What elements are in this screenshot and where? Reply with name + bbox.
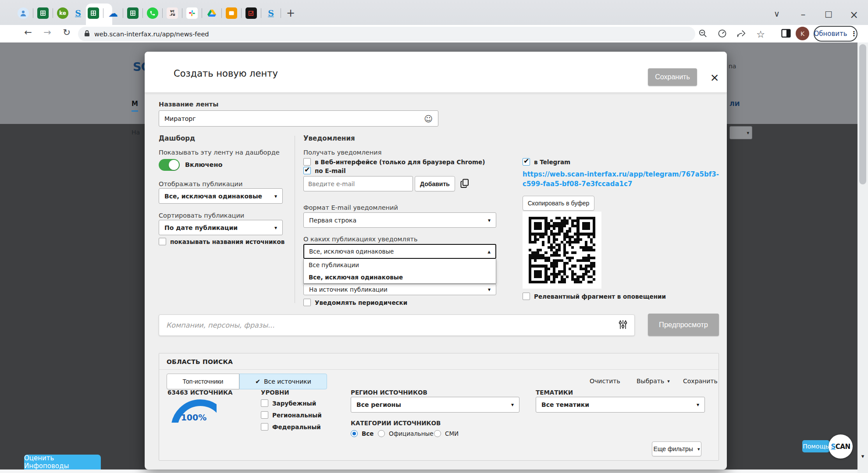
save-feed-button[interactable]: Сохранить <box>648 68 697 86</box>
feed-name-field[interactable]: ☺ <box>159 110 438 127</box>
scan-active-tab-icon[interactable]: S <box>72 7 84 19</box>
reload-button[interactable]: ↻ <box>60 27 74 38</box>
telegram-row[interactable]: в Telegram <box>523 158 570 166</box>
email-format-select[interactable]: Первая строка ▾ <box>303 212 496 228</box>
todo-checkbox-tab-icon[interactable] <box>245 7 257 19</box>
show-source-names-label: показывать названия источников <box>170 238 285 245</box>
periodic-notify-checkbox[interactable] <box>303 299 311 306</box>
profile-avatar-icon[interactable] <box>18 7 29 19</box>
web-notifications-row[interactable]: в Веб-интерфейсе (только для браузера Ch… <box>303 158 485 166</box>
feed-name-input[interactable] <box>164 115 424 122</box>
level-regional-checkbox[interactable] <box>261 411 268 419</box>
copy-to-clipboard-button[interactable]: Скопировать в буфер <box>523 196 594 211</box>
orange-app-tab-icon[interactable] <box>226 7 237 19</box>
sidebar-icon[interactable] <box>779 29 793 39</box>
browser-menu-dots-icon[interactable]: ⋮ <box>851 30 857 38</box>
sort-publications-select[interactable]: По дате публикации ▾ <box>159 220 283 235</box>
relevant-fragment-checkbox[interactable] <box>523 293 530 300</box>
slack-tab-icon[interactable] <box>186 7 198 19</box>
preview-button[interactable]: Предпросмотр <box>648 314 719 336</box>
level-regional-row[interactable]: Региональный <box>261 411 322 419</box>
level-foreign-label: Зарубежный <box>272 400 316 407</box>
dashboard-toggle[interactable] <box>159 159 180 171</box>
save-scope-link[interactable]: Сохранить <box>683 378 718 385</box>
close-modal-icon[interactable]: × <box>705 68 724 87</box>
maximize-button[interactable]: □ <box>821 9 836 18</box>
tab-top-sources[interactable]: Топ-источники <box>167 374 239 389</box>
add-email-button[interactable]: Добавить <box>415 176 455 191</box>
display-publications-select[interactable]: Все, исключая одинаковые ▾ <box>159 188 283 204</box>
profile-avatar[interactable]: K <box>796 27 809 40</box>
emoji-picker-icon[interactable]: ☺ <box>424 114 433 124</box>
show-source-names-checkbox[interactable] <box>159 238 166 245</box>
category-all-row[interactable]: Все <box>351 430 374 437</box>
relevant-fragment-row[interactable]: Релевантный фрагмент в оповещении <box>523 293 666 300</box>
level-federal-checkbox[interactable] <box>261 423 268 431</box>
sort-publications-value: По дате публикации <box>164 224 238 231</box>
onedrive-tab-icon[interactable]: ☁ <box>107 7 119 19</box>
level-foreign-row[interactable]: Зарубежный <box>261 399 316 407</box>
web-notifications-checkbox[interactable] <box>303 158 311 166</box>
region-select[interactable]: Все регионы ▾ <box>351 397 519 413</box>
whatsapp-tab-icon[interactable] <box>147 7 158 19</box>
level-federal-row[interactable]: Федеральный <box>261 423 321 431</box>
caret-down-icon: ▾ <box>488 286 491 293</box>
dropdown-option-all[interactable]: Все публикации <box>304 259 496 271</box>
clear-scope-link[interactable]: Очистить <box>590 378 620 385</box>
filters-sliders-icon[interactable] <box>619 319 627 332</box>
dropdown-option-all-except-duplicates[interactable]: Все, исключая одинаковые <box>304 271 496 283</box>
scrollbar-down-arrow-icon[interactable]: ▾ <box>857 453 868 459</box>
help-button[interactable]: Помощь <box>802 440 829 452</box>
google-sheets-tab-icon-2[interactable] <box>88 7 99 19</box>
category-official-row[interactable]: Официальные <box>378 430 434 437</box>
google-drive-tab-icon[interactable] <box>206 7 217 19</box>
category-all-radio[interactable] <box>351 430 358 437</box>
scan-tab-icon[interactable]: S <box>265 7 277 19</box>
level-federal-label: Федеральный <box>272 424 321 431</box>
periodic-notify-row[interactable]: Уведомлять периодически <box>303 299 407 306</box>
telegram-checkbox[interactable] <box>523 158 530 166</box>
google-sheets-tab-icon[interactable] <box>37 7 49 19</box>
email-notifications-row[interactable]: по E-mail <box>303 167 346 174</box>
tab-search-chevron-icon[interactable]: ∨ <box>769 9 784 18</box>
update-browser-button[interactable]: Обновить ⋮ <box>814 26 857 42</box>
category-official-radio[interactable] <box>378 430 385 437</box>
zoom-out-icon[interactable] <box>696 29 709 40</box>
category-smi-radio[interactable] <box>434 430 441 437</box>
share-icon[interactable] <box>735 29 748 39</box>
back-button[interactable]: ← <box>21 27 35 38</box>
tab-separator <box>202 8 202 18</box>
which-publications-combobox-open[interactable]: Все, исключая одинаковые ▴ <box>303 244 496 259</box>
copy-emails-icon[interactable] <box>460 179 469 190</box>
address-bar[interactable]: web.scan-interfax.ru/app/news-feed <box>78 27 695 41</box>
tab-separator <box>261 8 261 18</box>
select-scope-link[interactable]: Выбрать ▾ <box>637 378 670 385</box>
email-notifications-checkbox[interactable] <box>303 167 311 174</box>
new-tab-button[interactable]: + <box>285 7 296 19</box>
more-filters-button[interactable]: Еще фильтры ▾ <box>652 441 701 456</box>
scrollbar-thumb[interactable] <box>859 44 866 184</box>
close-window-button[interactable]: × <box>847 9 861 21</box>
bookmark-star-icon[interactable]: ☆ <box>754 29 767 40</box>
email-input[interactable] <box>308 180 408 187</box>
email-field[interactable] <box>303 176 413 191</box>
tab-all-sources[interactable]: ✔ Все источники <box>239 374 327 389</box>
performance-icon[interactable] <box>715 29 729 40</box>
google-sheets-tab-icon-3[interactable] <box>127 7 139 19</box>
level-foreign-checkbox[interactable] <box>261 399 268 407</box>
telegram-link[interactable]: https://web.scan-interfax.ru/app/telegra… <box>523 170 721 189</box>
vc-ru-tab-icon[interactable]: vc.ru <box>167 7 178 19</box>
scan-widget-logo[interactable]: SCAN <box>829 434 853 459</box>
link-target-select[interactable]: На источник публикации ▾ <box>303 284 496 295</box>
show-source-names-checkbox-row[interactable]: показывать названия источников <box>159 238 285 245</box>
minimize-button[interactable]: – <box>796 9 811 20</box>
query-search-field[interactable] <box>159 314 635 336</box>
ke-app-tab-icon[interactable]: ke <box>57 7 68 19</box>
query-search-input[interactable] <box>166 321 619 329</box>
topics-select[interactable]: Все тематики ▾ <box>536 397 705 413</box>
category-smi-row[interactable]: СМИ <box>434 430 459 437</box>
rate-infopovody-button[interactable]: Оценить Инфоповоды <box>24 455 101 469</box>
tab-separator <box>241 8 242 18</box>
region-title: РЕГИОН ИСТОЧНИКОВ <box>351 389 427 396</box>
forward-button[interactable]: → <box>40 27 54 38</box>
